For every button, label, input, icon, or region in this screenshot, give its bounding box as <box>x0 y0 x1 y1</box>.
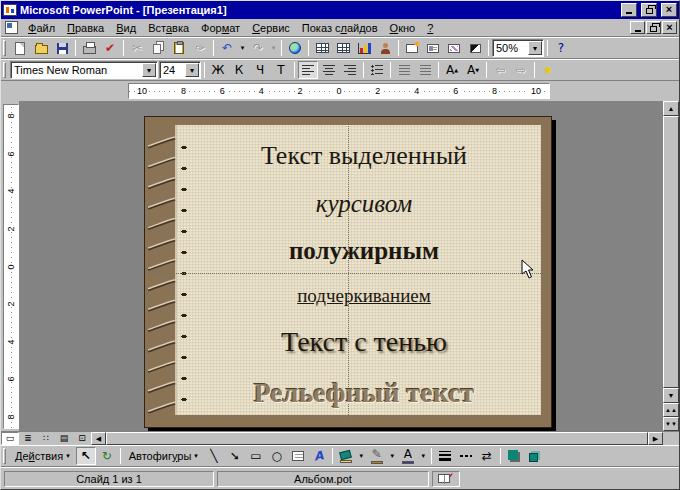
dash-style-button[interactable] <box>456 447 476 465</box>
slide[interactable]: Текст выделенныйкурсивомполужирнымподчер… <box>144 116 552 428</box>
open-button[interactable] <box>31 39 51 57</box>
slide-layout-button[interactable] <box>423 39 443 57</box>
menu-format[interactable]: Формат <box>195 21 246 35</box>
spelling-status-panel[interactable]: ✓ <box>432 471 460 487</box>
menu-tools[interactable]: Сервис <box>246 21 296 35</box>
vertical-scroll-thumb[interactable] <box>663 116 679 388</box>
insert-clipart-button[interactable] <box>375 39 395 57</box>
new-document-button[interactable] <box>10 39 30 57</box>
slide-text-line-1[interactable]: Текст выделенный <box>261 141 467 171</box>
scroll-up-button[interactable]: ▲ <box>663 101 679 116</box>
rectangle-button[interactable]: ▭ <box>246 447 266 465</box>
slide-text-line-6[interactable]: Рельефный текст <box>254 377 475 409</box>
toolbar-grip[interactable] <box>3 40 6 56</box>
font-color-dropdown-button[interactable]: ▾ <box>419 447 428 465</box>
black-and-white-view-button[interactable] <box>465 39 485 57</box>
align-right-button[interactable] <box>340 61 360 79</box>
undo-dropdown-button[interactable]: ▾ <box>238 39 247 57</box>
save-button[interactable] <box>52 39 72 57</box>
underline-button[interactable]: Ч <box>250 61 270 79</box>
document-minimize-button[interactable] <box>630 21 645 34</box>
line-button[interactable]: ╲ <box>204 447 224 465</box>
document-restore-button[interactable] <box>646 21 661 34</box>
insert-chart-button[interactable] <box>354 39 374 57</box>
bold-button[interactable]: Ж <box>208 61 228 79</box>
paste-button[interactable] <box>169 39 189 57</box>
slide-text-line-4[interactable]: подчеркиванием <box>297 285 431 307</box>
3d-button[interactable] <box>525 447 545 465</box>
horizontal-scroll-thumb[interactable] <box>106 432 648 445</box>
zoom-select[interactable]: 50%▾ <box>492 39 544 57</box>
undo-button[interactable]: ↶ <box>217 39 237 57</box>
slide-show-button[interactable]: ⊡ <box>73 432 91 445</box>
align-left-button[interactable] <box>298 61 318 79</box>
apply-design-button[interactable] <box>444 39 464 57</box>
notes-page-view-button[interactable]: ▤ <box>55 432 73 445</box>
font-size-dropdown-arrow-icon[interactable]: ▾ <box>185 63 199 77</box>
scroll-left-button[interactable]: ◀ <box>91 432 106 445</box>
print-button[interactable] <box>79 39 99 57</box>
text-box-button[interactable] <box>288 447 308 465</box>
zoom-dropdown-arrow-icon[interactable]: ▾ <box>528 41 542 55</box>
line-style-button[interactable] <box>435 447 455 465</box>
web-toolbar-button[interactable] <box>285 39 305 57</box>
scroll-down-button[interactable]: ▼ <box>663 388 679 403</box>
font-size-select[interactable]: 24▾ <box>159 61 201 79</box>
new-slide-button[interactable] <box>402 39 422 57</box>
wordart-button[interactable]: A <box>309 447 329 465</box>
slide-sorter-view-button[interactable]: ∷ <box>37 432 55 445</box>
toolbar-grip[interactable] <box>3 62 6 78</box>
powerpoint-app-icon[interactable] <box>3 4 17 16</box>
slide-text-line-2[interactable]: курсивом <box>316 190 413 218</box>
spelling-button[interactable]: ✔ <box>100 39 120 57</box>
insert-excel-worksheet-button[interactable] <box>333 39 353 57</box>
align-center-button[interactable] <box>319 61 339 79</box>
document-close-button[interactable]: × <box>662 21 677 34</box>
text-placeholder[interactable]: Текст выделенныйкурсивомполужирнымподчер… <box>191 141 537 409</box>
close-button[interactable]: × <box>661 3 677 17</box>
fill-color-dropdown-button[interactable]: ▾ <box>357 447 366 465</box>
vertical-scrollbar[interactable]: ▲ ▼ ▲▲ ▼▼ <box>663 101 679 431</box>
menu-file[interactable]: Файл <box>22 21 61 35</box>
decrease-font-size-button[interactable]: A <box>463 61 483 79</box>
font-select[interactable]: Times New Roman▾ <box>10 61 158 79</box>
oval-button[interactable]: ○ <box>267 447 287 465</box>
menu-edit[interactable]: Правка <box>61 21 110 35</box>
toolbar-grip[interactable] <box>3 448 6 464</box>
slide-view-button[interactable]: ▭ <box>1 432 19 445</box>
scroll-right-button[interactable]: ▶ <box>648 432 663 445</box>
text-shadow-button[interactable]: T <box>271 61 291 79</box>
restore-button[interactable] <box>641 3 657 17</box>
outline-view-button[interactable]: ≣ <box>19 432 37 445</box>
animation-effects-button[interactable]: ★ <box>538 61 558 79</box>
slide-text-line-3[interactable]: полужирным <box>289 237 439 265</box>
draw-menu-button[interactable]: Действия▾ <box>10 447 75 465</box>
shadow-button[interactable] <box>504 447 524 465</box>
fill-color-button[interactable] <box>336 447 356 465</box>
font-color-button[interactable]: А <box>398 447 418 465</box>
next-slide-button[interactable]: ▼▼ <box>663 417 679 431</box>
increase-font-size-button[interactable]: A <box>442 61 462 79</box>
slide-canvas[interactable]: Текст выделенныйкурсивомполужирнымподчер… <box>19 101 663 431</box>
line-color-dropdown-button[interactable]: ▾ <box>388 447 397 465</box>
select-objects-button[interactable]: ↖ <box>76 447 96 465</box>
free-rotate-button[interactable]: ↻ <box>97 447 117 465</box>
previous-slide-button[interactable]: ▲▲ <box>663 403 679 417</box>
menu-insert[interactable]: Вставка <box>142 21 195 35</box>
arrow-style-button[interactable]: ⇄ <box>477 447 497 465</box>
help-button[interactable]: ? <box>551 39 571 57</box>
arrow-button[interactable]: ➘ <box>225 447 245 465</box>
menu-help[interactable]: ? <box>421 21 439 35</box>
document-icon[interactable] <box>5 21 18 34</box>
font-dropdown-arrow-icon[interactable]: ▾ <box>142 63 156 77</box>
minimize-button[interactable] <box>621 3 637 17</box>
autoshapes-menu-button[interactable]: Автофигуры▾ <box>124 447 203 465</box>
slide-text-line-5[interactable]: Текст с тенью <box>281 326 447 358</box>
menu-view[interactable]: Вид <box>110 21 142 35</box>
bullets-button[interactable] <box>367 61 387 79</box>
insert-word-table-button[interactable] <box>312 39 332 57</box>
menu-window[interactable]: Окно <box>384 21 422 35</box>
menu-slideshow[interactable]: Показ слайдов <box>296 21 384 35</box>
italic-button[interactable]: К <box>229 61 249 79</box>
line-color-button[interactable]: ✎ <box>367 447 387 465</box>
